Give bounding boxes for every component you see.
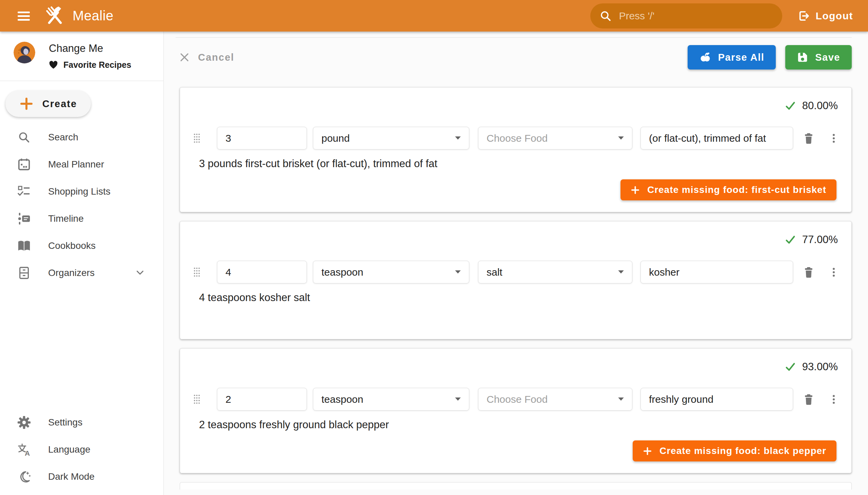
caret-down-icon xyxy=(455,136,461,140)
create-button[interactable]: Create xyxy=(5,90,91,117)
sidebar-item-search[interactable]: Search xyxy=(0,124,164,151)
menu-icon[interactable] xyxy=(14,6,34,26)
confidence-row: 77.00% xyxy=(190,234,838,246)
food-select[interactable]: Choose Food xyxy=(478,388,632,411)
unit-select[interactable]: teaspoon xyxy=(313,388,469,411)
confidence-value: 77.00% xyxy=(802,234,838,246)
mealie-app: Mealie Logout xyxy=(0,0,868,495)
parse-all-label: Parse All xyxy=(718,52,765,63)
caret-down-icon xyxy=(618,397,624,401)
sidebar-item-meal-planner[interactable]: Meal Planner xyxy=(0,151,164,178)
main-content: Cancel Parse All xyxy=(164,32,868,495)
confidence-row: 93.00% xyxy=(190,361,838,373)
caret-down-icon xyxy=(618,270,624,274)
heart-icon xyxy=(49,61,58,69)
global-search[interactable] xyxy=(590,3,782,29)
svg-text:A: A xyxy=(25,449,30,457)
content-divider xyxy=(176,37,852,38)
create-missing-food-button[interactable]: Create missing food: black pepper xyxy=(633,440,836,461)
sidebar-bottom-nav: Settings A Language xyxy=(0,409,164,490)
sidebar-item-organizers[interactable]: Organizers xyxy=(0,259,164,287)
ingredient-card: 77.00% teaspoon salt xyxy=(180,221,852,339)
sidebar-nav: Search Meal Planner xyxy=(0,124,164,287)
ingredient-card: 93.00% teaspoon Choose Food xyxy=(180,348,852,473)
unit-select[interactable]: pound xyxy=(313,127,469,150)
sidebar-item-dark-mode[interactable]: Dark Mode xyxy=(0,463,164,490)
logout-button[interactable]: Logout xyxy=(797,10,853,22)
cancel-button[interactable]: Cancel xyxy=(179,52,234,63)
ingredient-fields: teaspoon salt xyxy=(190,261,840,284)
sidebar-divider xyxy=(0,81,164,81)
timeline-icon xyxy=(16,211,32,226)
kebab-menu-icon[interactable] xyxy=(828,393,840,406)
mealie-logo-icon xyxy=(44,4,66,28)
check-icon xyxy=(785,100,796,112)
quantity-input[interactable] xyxy=(217,261,307,284)
logout-icon xyxy=(797,10,810,22)
drag-handle-icon[interactable] xyxy=(192,394,201,405)
quantity-input[interactable] xyxy=(217,127,307,150)
note-input[interactable] xyxy=(641,261,793,284)
unit-select[interactable]: teaspoon xyxy=(313,261,469,284)
ingredient-list: 80.00% pound Choose Food xyxy=(180,87,852,490)
save-button[interactable]: Save xyxy=(785,45,852,69)
search-icon xyxy=(16,130,32,144)
delete-icon[interactable] xyxy=(803,266,815,278)
caret-down-icon xyxy=(455,270,461,274)
book-icon xyxy=(16,239,32,253)
ingredient-card: 80.00% pound Choose Food xyxy=(180,87,852,212)
note-input[interactable] xyxy=(641,388,793,411)
sidebar-item-timeline[interactable]: Timeline xyxy=(0,205,164,232)
caret-down-icon xyxy=(455,397,461,401)
ingredient-fields: teaspoon Choose Food xyxy=(190,388,840,411)
search-icon xyxy=(599,10,612,22)
favorites-label: Favorite Recipes xyxy=(63,60,131,70)
ingredient-fields: pound Choose Food xyxy=(190,127,840,150)
kebab-menu-icon[interactable] xyxy=(828,132,840,144)
caret-down-icon xyxy=(618,136,624,140)
chevron-down-icon xyxy=(134,267,146,279)
plus-icon xyxy=(643,446,652,456)
original-ingredient-text: 3 pounds first-cut brisket (or flat-cut)… xyxy=(199,158,840,170)
plus-icon xyxy=(19,97,34,111)
apple-icon xyxy=(699,51,711,63)
drag-handle-icon[interactable] xyxy=(192,133,201,144)
save-label: Save xyxy=(815,52,840,63)
confidence-row: 80.00% xyxy=(190,100,838,112)
avatar[interactable] xyxy=(14,42,35,63)
sidebar-item-settings[interactable]: Settings xyxy=(0,409,164,436)
delete-icon[interactable] xyxy=(803,393,815,406)
food-select[interactable]: salt xyxy=(478,261,632,284)
favorites-link[interactable]: Favorite Recipes xyxy=(49,60,131,70)
cancel-label: Cancel xyxy=(198,52,234,63)
logout-label: Logout xyxy=(815,10,853,22)
close-icon xyxy=(179,52,190,63)
kebab-menu-icon[interactable] xyxy=(828,266,840,278)
sidebar-item-language[interactable]: A Language xyxy=(0,436,164,463)
create-label: Create xyxy=(42,98,77,109)
drag-handle-icon[interactable] xyxy=(192,267,201,278)
note-input[interactable] xyxy=(641,127,793,150)
original-ingredient-text: 4 teaspoons kosher salt xyxy=(199,292,840,304)
checklist-icon xyxy=(16,185,32,199)
quantity-input[interactable] xyxy=(217,388,307,411)
parse-all-button[interactable]: Parse All xyxy=(687,45,776,69)
app-title: Mealie xyxy=(72,8,114,23)
sidebar-item-cookbooks[interactable]: Cookbooks xyxy=(0,232,164,259)
delete-icon[interactable] xyxy=(803,132,815,144)
confidence-value: 80.00% xyxy=(802,100,838,112)
user-block[interactable]: Change Me Favorite Recipes xyxy=(0,32,164,70)
brand[interactable]: Mealie xyxy=(44,4,114,28)
sidebar-item-shopping-lists[interactable]: Shopping Lists xyxy=(0,178,164,205)
sidebar: Change Me Favorite Recipes Create xyxy=(0,32,164,495)
floppy-save-icon xyxy=(797,52,808,63)
next-ingredient-card-partial xyxy=(180,482,852,490)
search-input[interactable] xyxy=(618,10,773,22)
calendar-icon xyxy=(16,157,32,172)
create-missing-food-button[interactable]: Create missing food: first-cut brisket xyxy=(620,180,836,200)
parser-toolbar: Cancel Parse All xyxy=(179,45,852,69)
check-icon xyxy=(785,234,796,245)
plus-icon xyxy=(631,186,640,194)
food-select[interactable]: Choose Food xyxy=(478,127,632,150)
confidence-value: 93.00% xyxy=(802,361,838,373)
